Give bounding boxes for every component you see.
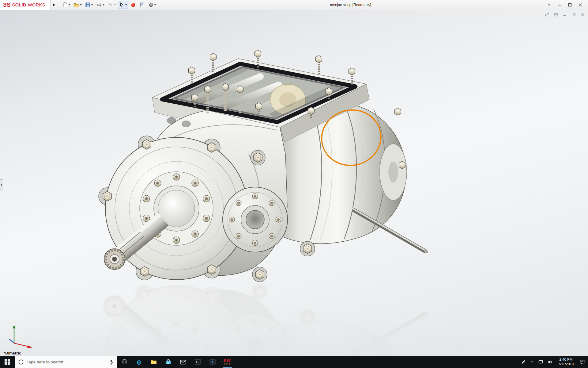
- document-title: menjac sklop [Read-only]: [330, 3, 371, 7]
- brand-solid: SOLID: [12, 2, 26, 7]
- sw-logo-text: SW: [224, 358, 231, 363]
- media-app-icon[interactable]: [205, 356, 220, 368]
- terminal-icon: [194, 358, 202, 366]
- task-view-button[interactable]: [117, 356, 132, 368]
- taskbar: Type here to search e SW 2017: [0, 356, 588, 368]
- dropdown-caret-icon: [69, 4, 70, 6]
- hidden-icons-button[interactable]: [530, 360, 534, 364]
- terminal-app-icon[interactable]: [190, 356, 205, 368]
- solidworks-logo: ЗS SOLIDWORKS: [0, 0, 50, 10]
- close-icon: [580, 13, 585, 17]
- save-button[interactable]: [84, 1, 94, 9]
- document-window-controls: [545, 12, 585, 17]
- search-placeholder-text: Type here to search: [27, 360, 106, 364]
- document-lines-icon: [139, 2, 145, 8]
- appearance-sphere-button[interactable]: [129, 1, 137, 9]
- popout-pane-button[interactable]: [545, 12, 549, 17]
- speaker-icon: [547, 359, 552, 365]
- doc-close-button[interactable]: [580, 12, 585, 17]
- dropdown-caret-icon: [114, 4, 116, 6]
- edge-app-icon[interactable]: e: [132, 356, 146, 368]
- dropdown-caret-icon: [91, 4, 93, 6]
- store-bag-icon: [165, 358, 172, 366]
- brand-works: WORKS: [28, 2, 45, 7]
- network-icon: [538, 359, 543, 365]
- cortana-ring-icon: [18, 359, 24, 365]
- taskbar-search-input[interactable]: Type here to search: [15, 356, 117, 368]
- windows-logo-icon: [4, 359, 10, 365]
- popout-icon: [545, 13, 549, 17]
- menu-flyout-arrow[interactable]: [50, 0, 58, 10]
- file-explorer-app-icon[interactable]: [146, 356, 161, 368]
- flyout-triangle-icon: [53, 3, 55, 6]
- dropdown-caret-icon: [80, 4, 82, 6]
- solidworks-app-icon[interactable]: SW 2017: [220, 356, 235, 368]
- clock-date: 7/11/2018: [556, 362, 575, 366]
- close-icon: [579, 3, 582, 7]
- undo-button[interactable]: [107, 1, 117, 9]
- select-cursor-icon: [119, 2, 125, 8]
- undo-arrow-icon: [108, 2, 113, 8]
- media-player-icon: [209, 358, 216, 366]
- solidworks-badge: SW 2017: [224, 358, 231, 366]
- settings-gear-icon: [148, 2, 154, 8]
- chevron-up-icon: [530, 360, 534, 364]
- action-center-icon: [579, 359, 585, 365]
- dropdown-caret-icon: [154, 4, 156, 6]
- open-document-button[interactable]: [73, 1, 83, 9]
- open-folder-icon: [74, 2, 79, 8]
- doc-restore-button[interactable]: [571, 12, 576, 17]
- network-button[interactable]: [538, 359, 543, 365]
- maximize-icon: [568, 3, 572, 7]
- taskbar-clock[interactable]: 2:40 PM 7/11/2018: [556, 357, 575, 366]
- dropdown-caret-icon: [125, 4, 127, 6]
- start-button[interactable]: [0, 356, 15, 368]
- print-button[interactable]: [95, 1, 106, 9]
- secondary-flange[interactable]: [223, 187, 288, 252]
- quick-access-toolbar: [58, 1, 157, 9]
- options-button[interactable]: [147, 1, 157, 9]
- feature-tree-collapse-tab[interactable]: [0, 179, 3, 190]
- volume-button[interactable]: [547, 359, 552, 365]
- red-sphere-icon: [130, 2, 136, 8]
- pen-icon: [521, 359, 526, 365]
- document-properties-button[interactable]: [138, 1, 146, 9]
- system-tray: 2:40 PM 7/11/2018: [521, 356, 588, 368]
- doc-minimize-button[interactable]: [562, 12, 567, 17]
- new-document-icon: [62, 2, 68, 8]
- minimize-icon: [558, 3, 561, 7]
- window-controls: ?: [544, 0, 588, 10]
- windows-ink-button[interactable]: [521, 359, 526, 365]
- sw-year-text: 2017: [224, 363, 230, 366]
- view-orientation-label: *Dimetric: [4, 351, 21, 355]
- minimize-icon: [563, 13, 567, 17]
- titlebar: ЗS SOLIDWORKS: [0, 0, 588, 10]
- print-icon: [96, 2, 102, 8]
- store-app-icon[interactable]: [161, 356, 176, 368]
- new-document-button[interactable]: [61, 1, 72, 9]
- clock-time: 2:40 PM: [556, 357, 575, 362]
- microphone-icon[interactable]: [109, 359, 114, 365]
- envelope-icon: [179, 358, 187, 365]
- window-pane-icon: [554, 13, 558, 17]
- select-tool-button[interactable]: [118, 1, 128, 9]
- mail-app-icon[interactable]: [176, 356, 190, 368]
- restore-icon: [571, 13, 576, 17]
- gearbox-model[interactable]: [99, 50, 428, 282]
- pane-layout-button[interactable]: [553, 12, 558, 17]
- dropdown-caret-icon: [103, 4, 104, 6]
- graphics-area[interactable]: *Dimetric: [0, 10, 588, 356]
- save-floppy-icon: [85, 2, 91, 8]
- minimize-button[interactable]: [554, 0, 565, 10]
- model-canvas[interactable]: [0, 10, 588, 356]
- task-view-icon: [121, 358, 128, 365]
- help-button[interactable]: ?: [544, 0, 554, 10]
- edge-e-glyph: e: [137, 358, 141, 366]
- action-center-button[interactable]: [579, 359, 585, 365]
- ds-logo-mark: ЗS: [3, 2, 11, 8]
- maximize-button[interactable]: [565, 0, 575, 10]
- close-button[interactable]: [575, 0, 586, 10]
- folder-icon: [150, 358, 157, 365]
- collapse-arrow-icon: [1, 184, 2, 186]
